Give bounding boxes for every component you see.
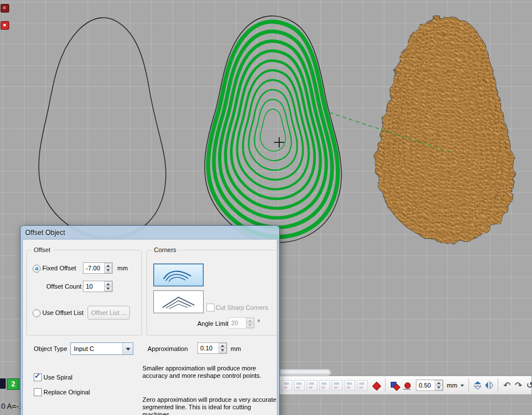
approximation-unit: mm — [231, 345, 241, 352]
corners-group: Corners Cut Sharp Corners Angle Limit — [146, 250, 278, 336]
toolbar-icon-1[interactable] — [281, 380, 292, 391]
rotate-left-icon: ↶ — [503, 380, 511, 390]
fixed-offset-label: Fixed Offset — [42, 265, 76, 272]
fixed-offset-unit: mm — [117, 265, 128, 272]
rounded-corners-icon — [160, 267, 197, 283]
rounded-corners-button[interactable] — [153, 264, 204, 286]
cut-sharp-corners-label: Cut Sharp Corners — [216, 304, 268, 311]
approximation-label: Approximation — [148, 345, 188, 352]
crosshair-cursor-icon — [274, 137, 284, 147]
use-spiral-label: Use Spiral — [43, 374, 73, 381]
spin-up-icon[interactable] — [104, 263, 112, 269]
dialog-title: Offset Object — [25, 229, 65, 237]
spin-up-icon[interactable] — [246, 318, 254, 324]
toolbar-icon-5[interactable] — [332, 380, 343, 391]
object-type-label: Object Type — [34, 345, 68, 352]
spin-down-icon[interactable] — [104, 287, 112, 292]
angle-limit-spin-buttons[interactable] — [246, 318, 254, 328]
outline-width-input[interactable]: 0.50 — [416, 380, 443, 391]
toolbar-icon-2[interactable] — [294, 380, 305, 391]
offset-count-value[interactable]: 10 — [84, 281, 104, 292]
sharp-corners-button[interactable] — [153, 290, 204, 313]
dialog-body: Offset Fixed Offset -7.00 mm Offset Coun… — [22, 239, 277, 415]
fixed-offset-value[interactable]: -7.00 — [84, 263, 104, 273]
object-type-select[interactable]: Input C — [70, 342, 133, 355]
angle-limit-value[interactable]: 20 — [229, 318, 246, 328]
offset-group: Offset Fixed Offset -7.00 mm Offset Coun… — [26, 250, 142, 336]
outline-width-spin-buttons[interactable] — [435, 380, 443, 390]
fixed-offset-spin-buttons[interactable] — [104, 263, 112, 273]
cut-sharp-corners-checkbox[interactable] — [207, 304, 215, 312]
corners-group-label: Corners — [152, 246, 178, 253]
use-spiral-checkbox[interactable] — [34, 373, 42, 381]
spin-up-icon[interactable] — [219, 343, 227, 349]
rotate-90-ccw-icon: ↺ — [526, 380, 532, 390]
approximation-note-2: Zero approximation will produce a very a… — [142, 396, 279, 415]
flip-vertical-button[interactable] — [472, 380, 483, 391]
sharp-corners-icon — [160, 294, 197, 310]
spin-down-icon[interactable] — [104, 269, 112, 274]
toolbar-separator — [469, 378, 469, 392]
toolbar-separator — [385, 378, 386, 392]
flip-horizontal-icon — [484, 380, 494, 390]
rotate-right-button[interactable]: ↷ — [513, 380, 524, 391]
dropdown-arrow-icon[interactable] — [122, 343, 133, 354]
flip-vertical-icon — [473, 380, 483, 390]
replace-original-label: Replace Original — [43, 389, 90, 396]
offset-count-label: Offset Count — [46, 283, 82, 290]
object-type-value: Input C — [71, 343, 122, 354]
angle-limit-input[interactable]: 20 — [228, 317, 255, 329]
toolbar-icon-3[interactable] — [307, 380, 317, 391]
fixed-offset-radio[interactable] — [33, 265, 41, 273]
transform-toolbar: 0.50 mm ↶ ↷ ↺ ↻ — [279, 376, 532, 395]
spin-down-icon[interactable] — [246, 324, 254, 329]
spin-down-icon[interactable] — [219, 349, 227, 354]
unit-label: mm — [447, 382, 457, 389]
scrollbar-thumb[interactable] — [280, 370, 330, 375]
flip-horizontal-button[interactable] — [483, 380, 495, 391]
red-circle-icon[interactable] — [402, 380, 412, 390]
angle-limit-label: Angle Limit — [197, 320, 228, 327]
approximation-value[interactable]: 0.10 — [198, 343, 219, 353]
outline-shape[interactable] — [39, 18, 166, 238]
spin-up-icon[interactable] — [435, 380, 443, 386]
approximation-input[interactable]: 0.10 — [197, 342, 227, 354]
color-chip-2[interactable]: 2 — [7, 378, 19, 390]
angle-limit-unit: ° — [257, 318, 260, 325]
approximation-spin-buttons[interactable] — [219, 343, 227, 353]
offset-list-button[interactable]: Offset List ... — [88, 306, 130, 320]
offset-preview-shape[interactable] — [205, 16, 342, 242]
spin-down-icon[interactable] — [435, 386, 443, 391]
stitched-shape[interactable] — [376, 17, 514, 243]
toolbar-icon-6[interactable] — [344, 380, 355, 391]
dialog-titlebar[interactable]: Offset Object — [21, 226, 279, 239]
toolbar-icon-4[interactable] — [319, 380, 330, 391]
edge-toolbar-icon-1[interactable] — [1, 4, 9, 13]
color-chip-1[interactable] — [0, 378, 6, 389]
offset-count-spin-buttons[interactable] — [104, 281, 112, 292]
blue-square-red-diamond-icon[interactable] — [390, 380, 400, 390]
approximation-note-1: Smaller approximation will produce more … — [142, 365, 275, 380]
rotate-left-button[interactable]: ↶ — [501, 380, 513, 391]
red-diamond-icon[interactable] — [371, 380, 381, 390]
offset-object-dialog: Offset Object Offset Fixed Offset -7.00 … — [20, 225, 280, 415]
fixed-offset-input[interactable]: -7.00 — [83, 262, 113, 274]
outline-width-value[interactable]: 0.50 — [416, 380, 435, 390]
offset-group-label: Offset — [31, 246, 53, 253]
rotate-right-icon: ↷ — [515, 380, 522, 390]
edge-toolbar-icon-2[interactable] — [1, 21, 9, 30]
offset-count-input[interactable]: 10 — [83, 281, 113, 292]
rotate-90-ccw-button[interactable]: ↺ — [524, 380, 532, 391]
use-offset-list-label: Use Offset List — [42, 309, 84, 316]
toolbar-separator — [498, 378, 498, 392]
unit-dropdown-icon[interactable] — [458, 381, 466, 390]
toolbar-icon-7[interactable] — [357, 380, 368, 391]
use-offset-list-radio[interactable] — [33, 309, 41, 317]
replace-original-checkbox[interactable] — [34, 388, 42, 396]
spin-up-icon[interactable] — [104, 281, 112, 287]
